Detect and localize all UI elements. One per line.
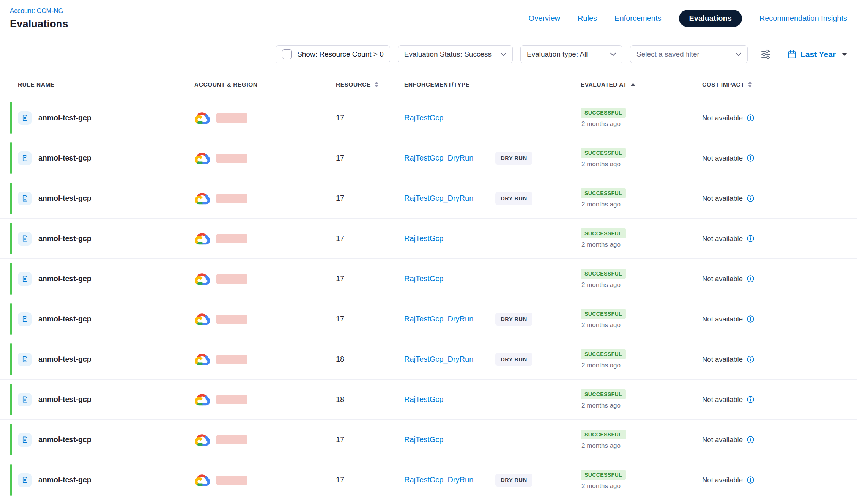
account-name-redacted	[216, 194, 247, 203]
cost-impact-value: Not available	[702, 275, 743, 283]
nav-item-evaluations[interactable]: Evaluations	[679, 10, 742, 27]
table-row[interactable]: anmol-test-gcp 18 RajTestGcp_DryRun DRY …	[0, 339, 857, 380]
account-name-redacted	[216, 435, 247, 444]
table-row[interactable]: anmol-test-gcp 17 RajTestGcp_DryRun DRY …	[0, 460, 857, 500]
info-icon[interactable]	[747, 476, 755, 484]
status-badge: SUCCESSFUL	[581, 269, 626, 279]
resource-count: 17	[329, 154, 397, 162]
gcp-cloud-icon	[194, 151, 210, 165]
gcp-cloud-icon	[194, 353, 210, 366]
nav-item-recommendation-insights[interactable]: Recommendation Insights	[759, 14, 847, 23]
cost-impact-cell: Not available	[695, 114, 857, 122]
account-region-cell	[194, 433, 329, 446]
evaluated-at-cell: SUCCESSFUL 2 months ago	[574, 148, 695, 168]
column-header-resource[interactable]: RESOURCE	[329, 81, 397, 88]
dry-run-badge: DRY RUN	[495, 152, 532, 165]
resource-count: 17	[329, 194, 397, 203]
enforcement-link[interactable]: RajTestGcp_DryRun	[404, 194, 473, 203]
evaluated-time: 2 months ago	[581, 482, 621, 490]
rule-icon	[18, 151, 32, 165]
nav-item-enforcements[interactable]: Enforcements	[614, 14, 661, 23]
gcp-cloud-icon	[194, 272, 210, 285]
resource-count-checkbox-label: Show: Resource Count > 0	[297, 50, 384, 58]
page-title: Evaluations	[10, 18, 68, 30]
info-icon[interactable]	[747, 395, 755, 403]
enforcement-link[interactable]: RajTestGcp_DryRun	[404, 476, 473, 484]
rule-icon	[18, 312, 32, 326]
info-icon[interactable]	[747, 315, 755, 323]
rule-name: anmol-test-gcp	[38, 476, 91, 484]
saved-filter-dropdown[interactable]: Select a saved filter	[630, 45, 748, 63]
info-icon[interactable]	[747, 114, 755, 122]
resource-count: 17	[329, 113, 397, 122]
rule-document-icon	[21, 275, 28, 282]
cost-impact-cell: Not available	[695, 315, 857, 323]
nav-item-rules[interactable]: Rules	[578, 14, 597, 23]
enforcement-cell: RajTestGcp_DryRun DRY RUN	[397, 474, 574, 487]
enforcement-link[interactable]: RajTestGcp_DryRun	[404, 154, 473, 162]
filter-settings-button[interactable]	[758, 46, 774, 63]
column-header-enforcement-type: ENFORCEMENT/TYPE	[397, 81, 574, 88]
rule-document-icon	[21, 356, 28, 363]
table-row[interactable]: anmol-test-gcp 17 RajTestGcp_DryRun DRY …	[0, 299, 857, 339]
resource-count-filter-toggle[interactable]: Show: Resource Count > 0	[276, 45, 390, 63]
enforcement-link[interactable]: RajTestGcp_DryRun	[404, 315, 473, 323]
enforcement-link[interactable]: RajTestGcp	[404, 113, 443, 122]
enforcement-cell: RajTestGcp_DryRun DRY RUN	[397, 192, 574, 205]
rule-icon	[18, 433, 32, 447]
info-icon[interactable]	[747, 194, 755, 202]
account-breadcrumb-link[interactable]: Account: CCM-NG	[10, 7, 68, 15]
account-region-cell	[194, 312, 329, 326]
evaluated-at-cell: SUCCESSFUL 2 months ago	[574, 188, 695, 208]
info-icon[interactable]	[747, 275, 755, 283]
evaluated-time: 2 months ago	[581, 281, 621, 289]
enforcement-link[interactable]: RajTestGcp	[404, 234, 443, 243]
status-badge: SUCCESSFUL	[581, 148, 626, 158]
cost-impact-value: Not available	[702, 114, 743, 122]
enforcement-link[interactable]: RajTestGcp	[404, 435, 443, 444]
nav-item-overview[interactable]: Overview	[529, 14, 560, 23]
table-row[interactable]: anmol-test-gcp 17 RajTestGcp SUCCESSFUL …	[0, 219, 857, 259]
column-header-evaluated-at[interactable]: EVALUATED AT	[574, 81, 695, 88]
account-region-cell	[194, 232, 329, 245]
info-icon[interactable]	[747, 235, 755, 243]
info-icon[interactable]	[747, 436, 755, 444]
column-header-cost-impact[interactable]: COST IMPACT	[695, 81, 857, 88]
table-row[interactable]: anmol-test-gcp 17 RajTestGcp SUCCESSFUL …	[0, 420, 857, 460]
enforcement-link[interactable]: RajTestGcp_DryRun	[404, 355, 473, 364]
enforcement-cell: RajTestGcp_DryRun DRY RUN	[397, 353, 574, 366]
table-row[interactable]: anmol-test-gcp 18 RajTestGcp SUCCESSFUL …	[0, 380, 857, 420]
rule-name: anmol-test-gcp	[38, 395, 91, 404]
evaluated-at-cell: SUCCESSFUL 2 months ago	[574, 228, 695, 249]
status-badge: SUCCESSFUL	[581, 389, 626, 399]
account-name-redacted	[216, 113, 247, 123]
info-icon[interactable]	[747, 154, 755, 162]
caret-down-icon	[842, 53, 847, 56]
date-range-picker[interactable]: Last Year	[787, 50, 847, 59]
table-row[interactable]: anmol-test-gcp 17 RajTestGcp SUCCESSFUL …	[0, 98, 857, 138]
evaluation-type-dropdown[interactable]: Evaluation type: All	[520, 45, 622, 63]
enforcement-link[interactable]: RajTestGcp	[404, 274, 443, 283]
table-row[interactable]: anmol-test-gcp 17 RajTestGcp_DryRun DRY …	[0, 138, 857, 178]
gcp-cloud-icon	[194, 232, 210, 245]
cost-impact-cell: Not available	[695, 154, 857, 162]
table-row[interactable]: anmol-test-gcp 17 RajTestGcp_DryRun DRY …	[0, 178, 857, 219]
table-row[interactable]: anmol-test-gcp 17 RajTestGcp SUCCESSFUL …	[0, 259, 857, 299]
enforcement-link[interactable]: RajTestGcp	[404, 395, 443, 404]
account-region-cell	[194, 393, 329, 406]
resource-count: 17	[329, 274, 397, 283]
account-region-cell	[194, 473, 329, 487]
resource-count-checkbox[interactable]	[282, 49, 292, 59]
account-name-redacted	[216, 234, 247, 243]
evaluated-at-cell: SUCCESSFUL 2 months ago	[574, 108, 695, 128]
cost-impact-cell: Not available	[695, 395, 857, 404]
evaluated-at-cell: SUCCESSFUL 2 months ago	[574, 349, 695, 369]
rule-document-icon	[21, 436, 28, 443]
info-icon[interactable]	[747, 355, 755, 363]
row-status-accent-bar	[10, 142, 12, 174]
account-name-redacted	[216, 274, 247, 284]
sort-ascending-icon	[631, 83, 635, 86]
rule-name-cell: anmol-test-gcp	[18, 111, 194, 125]
evaluated-time: 2 months ago	[581, 201, 621, 208]
evaluation-status-dropdown[interactable]: Evaluation Status: Success	[398, 45, 513, 63]
